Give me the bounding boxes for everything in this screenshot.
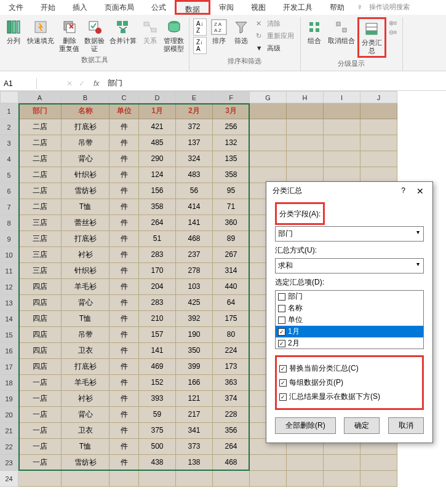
column-header[interactable]: E [176, 91, 213, 103]
cell[interactable]: 三店 [18, 263, 62, 279]
subtotal-button[interactable]: 分类汇 总 [357, 17, 386, 58]
cell[interactable] [287, 119, 324, 135]
cell[interactable]: 四店 [18, 295, 62, 311]
cell[interactable]: 166 [176, 375, 213, 391]
cell[interactable]: 217 [176, 407, 213, 423]
option-checkbox[interactable]: ✓汇总结果显示在数据下方(S) [279, 392, 420, 402]
relationships-button[interactable]: 关系 [139, 17, 161, 46]
show-detail-button[interactable]: ⊕≡ [389, 20, 397, 26]
cancel-button[interactable]: 取消 [388, 417, 424, 434]
cell[interactable]: 件 [110, 151, 139, 167]
remove-duplicates-button[interactable]: 删除 重复值 [57, 17, 82, 54]
cell[interactable]: 190 [176, 327, 213, 343]
row-header[interactable]: 18 [0, 375, 18, 391]
ribbon-tab-帮助[interactable]: 帮助 [321, 0, 353, 15]
cell[interactable] [250, 103, 287, 119]
cell[interactable]: 件 [110, 455, 139, 471]
cell[interactable]: 卫衣 [62, 423, 110, 439]
row-header[interactable]: 23 [0, 455, 18, 471]
row-header[interactable]: 2 [0, 119, 18, 135]
option-checkbox[interactable]: ✓替换当前分类汇总(C) [279, 363, 420, 374]
cell[interactable]: 414 [176, 199, 213, 215]
ribbon-tab-公式[interactable]: 公式 [143, 0, 175, 15]
cell[interactable] [360, 119, 397, 135]
sort-asc-button[interactable]: A↓Z [193, 18, 207, 36]
field-select[interactable]: 部门 [275, 226, 424, 242]
cell[interactable]: 二店 [18, 135, 62, 151]
cell[interactable]: 件 [110, 263, 139, 279]
cell[interactable]: 360 [213, 215, 250, 231]
cell[interactable]: 件 [110, 247, 139, 263]
cell[interactable] [360, 471, 397, 487]
cell[interactable]: 二店 [18, 183, 62, 199]
column-header[interactable]: C [110, 91, 139, 103]
cell[interactable]: 吊带 [62, 135, 110, 151]
row-header[interactable]: 8 [0, 215, 18, 231]
select-all-corner[interactable] [0, 91, 18, 103]
cell[interactable]: 一店 [18, 391, 62, 407]
cell[interactable]: 件 [110, 119, 139, 135]
cell[interactable]: 51 [139, 231, 176, 247]
row-header[interactable]: 19 [0, 391, 18, 407]
cell[interactable]: 64 [213, 295, 250, 311]
consolidate-button[interactable]: 合并计算 [107, 17, 139, 46]
cell[interactable]: 124 [139, 167, 176, 183]
list-item[interactable]: ✓2月 [276, 337, 423, 349]
cell[interactable]: 一店 [18, 375, 62, 391]
cell[interactable]: 四店 [18, 359, 62, 375]
cell[interactable]: 224 [213, 343, 250, 359]
cell[interactable]: 358 [213, 167, 250, 183]
row-header[interactable]: 21 [0, 423, 18, 439]
cell[interactable]: 件 [110, 199, 139, 215]
filter-button[interactable]: 筛选 [230, 17, 252, 46]
cell[interactable] [287, 103, 324, 119]
cell[interactable]: 二店 [18, 119, 62, 135]
ribbon-tab-文件[interactable]: 文件 [0, 0, 32, 15]
cell[interactable]: 264 [213, 439, 250, 455]
list-item[interactable]: 名称 [276, 302, 423, 314]
cell[interactable]: 170 [139, 263, 176, 279]
cell[interactable]: 卫衣 [62, 343, 110, 359]
cell[interactable]: 399 [176, 359, 213, 375]
method-select[interactable]: 求和 [275, 258, 424, 274]
cell[interactable]: 393 [139, 391, 176, 407]
cell[interactable] [287, 135, 324, 151]
list-item[interactable]: 部门 [276, 291, 423, 302]
cell[interactable]: 衬衫 [62, 391, 110, 407]
cell[interactable] [250, 135, 287, 151]
formula-value[interactable]: 部门 [103, 78, 127, 89]
cell[interactable]: 件 [110, 327, 139, 343]
cell[interactable]: 204 [139, 279, 176, 295]
cell[interactable]: 157 [139, 327, 176, 343]
row-header[interactable]: 20 [0, 407, 18, 423]
cell[interactable]: 件 [110, 167, 139, 183]
cell[interactable] [360, 135, 397, 151]
column-header[interactable]: B [62, 91, 110, 103]
cell[interactable]: 件 [110, 311, 139, 327]
ribbon-tab-视图[interactable]: 视图 [242, 0, 274, 15]
cell[interactable]: 350 [176, 343, 213, 359]
ungroup-button[interactable]: 取消组合 [325, 17, 357, 46]
ribbon-tab-数据[interactable]: 数据 [175, 0, 210, 15]
tell-me-input[interactable]: 操作说明搜索 [367, 0, 412, 15]
cell[interactable]: 件 [110, 423, 139, 439]
row-header[interactable]: 22 [0, 439, 18, 455]
list-item[interactable]: 单位 [276, 314, 423, 326]
cell[interactable]: 468 [176, 231, 213, 247]
cell[interactable] [110, 471, 139, 487]
row-header[interactable]: 4 [0, 151, 18, 167]
column-header[interactable]: J [360, 91, 397, 103]
cell[interactable]: 141 [139, 343, 176, 359]
cell[interactable]: 件 [110, 391, 139, 407]
cell[interactable] [176, 471, 213, 487]
ribbon-tab-开发工具[interactable]: 开发工具 [274, 0, 321, 15]
cell[interactable]: 一店 [18, 455, 62, 471]
cell[interactable] [213, 471, 250, 487]
cell[interactable]: 141 [176, 215, 213, 231]
cell[interactable]: 三店 [18, 247, 62, 263]
cell[interactable]: 228 [213, 407, 250, 423]
cell[interactable]: 500 [139, 439, 176, 455]
row-header[interactable]: 5 [0, 167, 18, 183]
row-header[interactable]: 15 [0, 327, 18, 343]
column-header[interactable]: A [18, 91, 62, 103]
